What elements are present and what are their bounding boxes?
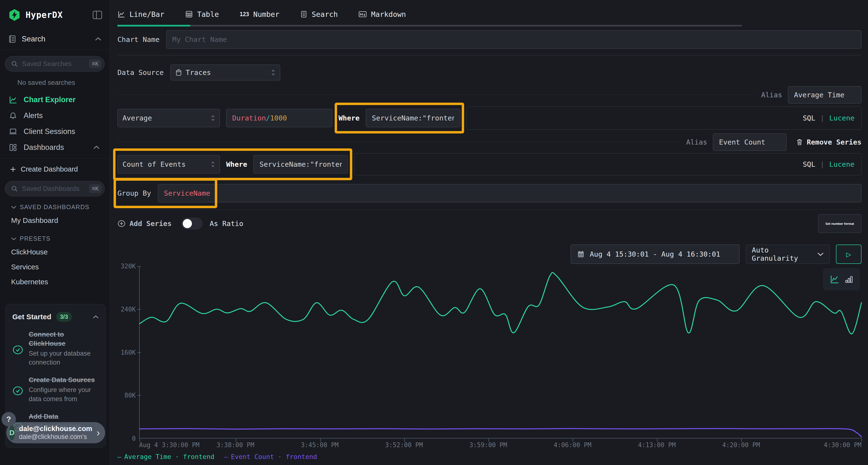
markdown-icon bbox=[359, 11, 367, 18]
get-started-item[interactable]: Create Data SourcesConfigure where your … bbox=[12, 375, 99, 404]
saved-dashboards-header[interactable]: SAVED DASHBOARDS bbox=[0, 196, 110, 213]
help-button[interactable]: ? bbox=[1, 412, 16, 427]
chevron-up-icon bbox=[93, 315, 99, 319]
tab-line-bar[interactable]: Line/Bar bbox=[117, 10, 164, 19]
database-icon bbox=[176, 69, 182, 76]
x-tick-label: 3:45:00 PM bbox=[301, 441, 339, 449]
alias-label: Alias bbox=[761, 91, 782, 99]
granularity-select[interactable]: Auto Granularity bbox=[746, 244, 830, 264]
group-by-value: ServiceName bbox=[164, 189, 210, 197]
saved-dashboards-input[interactable]: ⌘K bbox=[5, 181, 105, 196]
get-started-item-desc: Set up your database connection bbox=[29, 349, 99, 367]
y-tick-label: 0 bbox=[132, 435, 136, 442]
create-dashboard-button[interactable]: Create Dashboard bbox=[0, 159, 110, 175]
set-number-format-button[interactable]: Set number format bbox=[818, 214, 862, 233]
sidebar-item-alerts[interactable]: Alerts bbox=[0, 108, 110, 124]
tab-label: Table bbox=[197, 10, 219, 19]
series2-alias-input[interactable] bbox=[713, 133, 786, 151]
saved-searches-shortcut: ⌘K bbox=[89, 59, 101, 68]
get-started-item[interactable]: Connect to ClickHouseSet up your databas… bbox=[12, 330, 99, 367]
tab-search[interactable]: Search bbox=[300, 10, 338, 19]
chevron-down-icon bbox=[11, 205, 17, 209]
saved-searches-field[interactable] bbox=[22, 60, 85, 68]
series2-aggregation-select[interactable]: Count of Events bbox=[117, 155, 220, 173]
circle-plus-icon bbox=[117, 220, 126, 228]
legend-item-average-time[interactable]: — Average Time · frontend bbox=[117, 453, 214, 460]
select-updown-icon bbox=[271, 69, 275, 76]
get-started-item-desc: Configure where your data comes from bbox=[29, 386, 99, 404]
legend-label: Average Time · frontend bbox=[124, 453, 214, 460]
legend-item-event-count[interactable]: — Event Count · frontend bbox=[224, 453, 317, 460]
presets-header[interactable]: PRESETS bbox=[0, 228, 110, 244]
run-query-button[interactable]: ▷ bbox=[836, 244, 862, 264]
chart-legend: — Average Time · frontend — Event Count … bbox=[117, 453, 862, 460]
chart-display-toggle bbox=[823, 268, 860, 290]
series2-query-editor[interactable]: SQL | Lucene bbox=[354, 153, 862, 175]
series1-alias-field[interactable] bbox=[794, 91, 856, 99]
series1-field-input[interactable]: Duration/1000 bbox=[226, 109, 332, 127]
x-tick-label: 3:59:00 PM bbox=[469, 441, 507, 449]
series2-alias-field[interactable] bbox=[719, 138, 780, 146]
sidebar-collapse-icon[interactable] bbox=[93, 10, 102, 19]
series1-alias-input[interactable] bbox=[788, 86, 862, 104]
sidebar-item-services[interactable]: Services bbox=[0, 260, 110, 274]
hyperdx-logo-icon bbox=[8, 9, 21, 21]
tab-table[interactable]: Table bbox=[185, 10, 219, 19]
series1-where-group: Where bbox=[339, 109, 460, 127]
sidebar-item-dashboards[interactable]: Dashboards bbox=[0, 139, 110, 156]
data-source-select[interactable]: Traces bbox=[170, 65, 280, 80]
sidebar-item-kubernetes[interactable]: Kubernetes bbox=[0, 274, 110, 289]
saved-searches-input[interactable]: ⌘K bbox=[5, 56, 105, 72]
time-toolbar: Aug 4 15:30:01 - Aug 4 16:30:01 Auto Gra… bbox=[117, 244, 862, 264]
series1-aggregation-select[interactable]: Average bbox=[117, 109, 220, 127]
sidebar-item-client-sessions[interactable]: Client Sessions bbox=[0, 124, 110, 139]
as-ratio-toggle[interactable] bbox=[181, 218, 203, 229]
lucene-mode-button[interactable]: Lucene bbox=[829, 114, 855, 122]
chart-name-field[interactable] bbox=[173, 35, 856, 44]
add-series-button[interactable]: Add Series bbox=[117, 220, 172, 228]
series1-where-input[interactable] bbox=[366, 109, 460, 127]
bar-chart-icon[interactable] bbox=[845, 275, 853, 284]
remove-series-button[interactable]: Remove Series bbox=[796, 138, 862, 146]
sidebar-section-search[interactable]: Search bbox=[0, 28, 110, 50]
sql-mode-button[interactable]: SQL bbox=[803, 114, 815, 122]
sidebar-item-label: Chart Explorer bbox=[24, 95, 75, 104]
group-by-input[interactable]: ServiceName bbox=[158, 184, 862, 202]
plot-area bbox=[139, 266, 862, 438]
get-started-header[interactable]: Get Started 3/3 bbox=[12, 312, 99, 322]
group-by-label: Group By bbox=[117, 189, 151, 197]
series2-where-field[interactable] bbox=[259, 160, 342, 168]
series2-alias-row: Alias Remove Series bbox=[117, 133, 862, 151]
x-tick-label: 4:06:00 PM bbox=[554, 441, 591, 449]
table-icon bbox=[185, 10, 193, 18]
series1-query-editor[interactable]: SQL | Lucene bbox=[467, 106, 862, 130]
lucene-mode-button[interactable]: Lucene bbox=[829, 160, 855, 168]
saved-dashboards-field[interactable] bbox=[22, 185, 85, 193]
series2-where-input[interactable] bbox=[253, 155, 348, 173]
date-range-picker[interactable]: Aug 4 15:30:01 - Aug 4 16:30:01 bbox=[571, 244, 740, 264]
chevron-up-icon bbox=[92, 145, 101, 150]
x-tick-label: 3:52:00 PM bbox=[385, 441, 423, 449]
tab-active-underline bbox=[117, 25, 190, 27]
chevron-right-icon: › bbox=[97, 427, 100, 438]
data-source-value: Traces bbox=[186, 68, 211, 77]
sidebar-item-my-dashboard[interactable]: My Dashboard bbox=[0, 213, 110, 228]
series1-where-field[interactable] bbox=[372, 114, 454, 122]
chart-name-input[interactable] bbox=[166, 30, 862, 49]
line-chart-icon[interactable] bbox=[830, 274, 839, 284]
presets-header-label: PRESETS bbox=[20, 235, 51, 242]
chart-name-label: Chart Name bbox=[117, 35, 160, 44]
sidebar-item-chart-explorer[interactable]: Chart Explorer bbox=[0, 92, 110, 108]
tab-number[interactable]: 123 Number bbox=[240, 10, 279, 19]
sidebar-item-clickhouse[interactable]: ClickHouse bbox=[0, 244, 110, 260]
tab-markdown[interactable]: Markdown bbox=[359, 10, 406, 19]
mode-separator: | bbox=[820, 160, 824, 168]
number-123-icon: 123 bbox=[240, 11, 249, 18]
user-menu[interactable]: D dale@clickhouse.com dale@clickhouse.co… bbox=[6, 422, 105, 443]
data-source-label: Data Source bbox=[117, 68, 164, 77]
select-updown-icon bbox=[211, 115, 215, 122]
sql-mode-button[interactable]: SQL bbox=[803, 160, 815, 168]
calendar-icon bbox=[577, 250, 585, 258]
chart-area: 320K 240K 160K 80K 0 bbox=[117, 266, 862, 438]
sidebar-item-label: Client Sessions bbox=[24, 127, 75, 136]
